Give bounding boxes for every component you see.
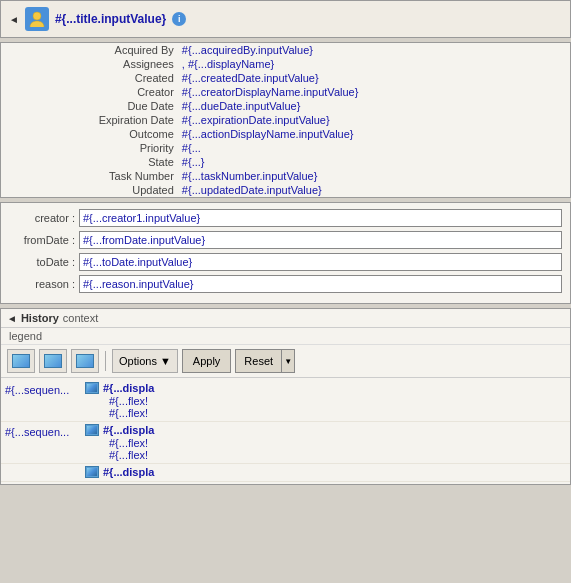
field-label: Creator — [1, 85, 178, 99]
inputs-panel: creator : fromDate : toDate : reason : — [0, 202, 571, 304]
history-display-value: #{...displa — [103, 382, 154, 394]
table-row: Creator #{...creatorDisplayName.inputVal… — [1, 85, 570, 99]
table-row: Updated #{...updatedDate.inputValue} — [1, 183, 570, 197]
history-display-row: #{...displa — [85, 466, 566, 478]
history-row: #{...sequen... #{...displa #{...flex!#{.… — [1, 380, 570, 422]
input-label: creator : — [9, 212, 79, 224]
field-value: #{...creatorDisplayName.inputValue} — [178, 85, 570, 99]
svg-point-0 — [33, 12, 41, 20]
history-image-icon — [85, 466, 99, 478]
table-row: Due Date #{...dueDate.inputValue} — [1, 99, 570, 113]
field-value: #{...} — [178, 155, 570, 169]
context-tab[interactable]: context — [63, 312, 98, 324]
table-row: Expiration Date #{...expirationDate.inpu… — [1, 113, 570, 127]
field-value: #{...acquiredBy.inputValue} — [178, 43, 570, 57]
table-row: State #{...} — [1, 155, 570, 169]
input-field[interactable] — [79, 253, 562, 271]
options-label: Options — [119, 355, 157, 367]
input-field[interactable] — [79, 209, 562, 227]
field-value: #{...actionDisplayName.inputValue} — [178, 127, 570, 141]
table-row: Outcome #{...actionDisplayName.inputValu… — [1, 127, 570, 141]
toolbar-separator — [105, 351, 106, 371]
history-display-row: #{...displa — [85, 382, 566, 394]
legend-row: legend — [1, 328, 570, 345]
table-row: Task Number #{...taskNumber.inputValue} — [1, 169, 570, 183]
history-sequence — [5, 466, 85, 468]
history-display-row: #{...displa — [85, 424, 566, 436]
field-label: Expiration Date — [1, 113, 178, 127]
field-value: #{...taskNumber.inputValue} — [178, 169, 570, 183]
page-title: #{...title.inputValue} — [55, 12, 166, 26]
field-label: Assignees — [1, 57, 178, 71]
history-sequence: #{...sequen... — [5, 382, 85, 396]
field-label: Task Number — [1, 169, 178, 183]
reset-dropdown-arrow-icon: ▼ — [284, 357, 292, 366]
info-icon[interactable]: i — [172, 12, 186, 26]
field-value: #{...createdDate.inputValue} — [178, 71, 570, 85]
history-sequence: #{...sequen... — [5, 424, 85, 438]
apply-button[interactable]: Apply — [182, 349, 232, 373]
history-display-value: #{...displa — [103, 424, 154, 436]
input-field[interactable] — [79, 275, 562, 293]
table-row: Assignees , #{...displayName} — [1, 57, 570, 71]
field-label: Created — [1, 71, 178, 85]
field-label: Due Date — [1, 99, 178, 113]
input-label: reason : — [9, 278, 79, 290]
user-icon — [25, 7, 49, 31]
input-row: creator : — [9, 209, 562, 227]
history-flex-value-2: #{...flex! — [109, 407, 566, 419]
history-image-icon — [85, 424, 99, 436]
field-label: Updated — [1, 183, 178, 197]
input-row: reason : — [9, 275, 562, 293]
fields-panel: Acquired By #{...acquiredBy.inputValue} … — [0, 42, 571, 198]
history-flex-value-1: #{...flex! — [109, 395, 566, 407]
reset-dropdown-button[interactable]: ▼ — [281, 349, 295, 373]
field-value: #{...expirationDate.inputValue} — [178, 113, 570, 127]
history-details: #{...displa #{...flex!#{...flex! — [85, 382, 566, 419]
history-image-icon — [85, 382, 99, 394]
field-value: #{...updatedDate.inputValue} — [178, 183, 570, 197]
history-header: ◄ History context — [1, 309, 570, 328]
history-row: #{...displa — [1, 464, 570, 482]
history-details: #{...displa #{...flex!#{...flex! — [85, 424, 566, 461]
input-row: toDate : — [9, 253, 562, 271]
history-display-value: #{...displa — [103, 466, 154, 478]
field-label: State — [1, 155, 178, 169]
legend-label: legend — [9, 330, 42, 342]
table-row: Acquired By #{...acquiredBy.inputValue} — [1, 43, 570, 57]
field-value: , #{...displayName} — [178, 57, 570, 71]
field-label: Priority — [1, 141, 178, 155]
history-details: #{...displa — [85, 466, 566, 479]
input-row: fromDate : — [9, 231, 562, 249]
collapse-arrow[interactable]: ◄ — [9, 14, 19, 25]
history-flex-value-1: #{...flex! — [109, 437, 566, 449]
field-label: Outcome — [1, 127, 178, 141]
history-row: #{...sequen... #{...displa #{...flex!#{.… — [1, 422, 570, 464]
header-panel: ◄ #{...title.inputValue} i — [0, 0, 571, 38]
fields-table: Acquired By #{...acquiredBy.inputValue} … — [1, 43, 570, 197]
options-arrow-icon: ▼ — [160, 355, 171, 367]
image-btn-3[interactable] — [71, 349, 99, 373]
field-value: #{...dueDate.inputValue} — [178, 99, 570, 113]
table-row: Priority #{... — [1, 141, 570, 155]
image-btn-1[interactable] — [7, 349, 35, 373]
history-collapse-arrow[interactable]: ◄ — [7, 313, 17, 324]
history-title: History — [21, 312, 59, 324]
history-flex-value-2: #{...flex! — [109, 449, 566, 461]
input-label: fromDate : — [9, 234, 79, 246]
reset-btn-group: Reset ▼ — [235, 349, 295, 373]
field-label: Acquired By — [1, 43, 178, 57]
history-list: #{...sequen... #{...displa #{...flex!#{.… — [1, 378, 570, 484]
input-label: toDate : — [9, 256, 79, 268]
image-btn-2[interactable] — [39, 349, 67, 373]
table-row: Created #{...createdDate.inputValue} — [1, 71, 570, 85]
input-field[interactable] — [79, 231, 562, 249]
reset-button[interactable]: Reset — [235, 349, 281, 373]
options-button[interactable]: Options ▼ — [112, 349, 178, 373]
history-panel: ◄ History context legend Options ▼ Apply… — [0, 308, 571, 485]
field-value: #{... — [178, 141, 570, 155]
toolbar-row: Options ▼ Apply Reset ▼ — [1, 345, 570, 378]
